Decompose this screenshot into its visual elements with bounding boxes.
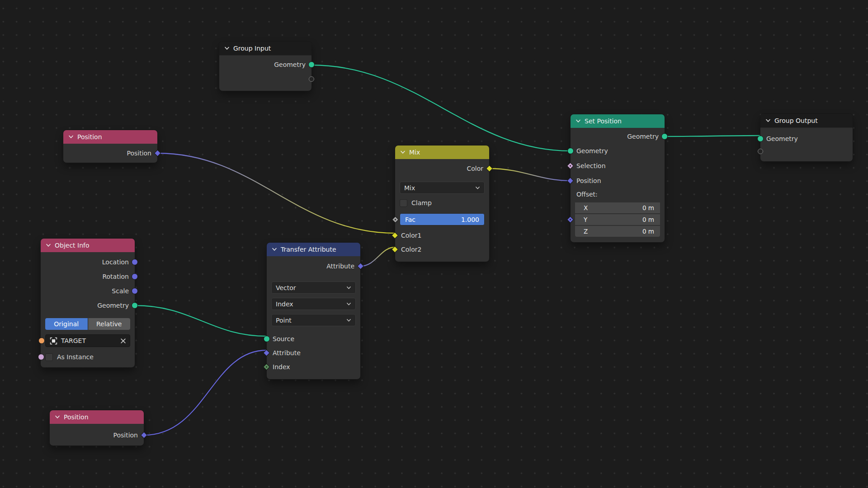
collapse-chevron-icon[interactable] [46, 244, 51, 247]
socket-label: Source [273, 335, 294, 343]
socket-label: Selection [576, 162, 606, 169]
blend-mode-dropdown[interactable]: Mix [400, 182, 485, 194]
geometry-input-socket[interactable] [757, 136, 764, 142]
node-transfer-attribute[interactable]: Transfer Attribute Attribute Vector Inde… [267, 243, 360, 379]
node-header[interactable]: Position [50, 410, 144, 424]
node-title: Mix [409, 149, 420, 156]
color1-input-socket[interactable] [392, 232, 399, 239]
node-editor-canvas[interactable]: { "editor": { "background": "#1c1c1c", "… [0, 0, 868, 488]
node-set-position[interactable]: Set Position Geometry Geometry Selection… [571, 114, 665, 242]
offset-input-socket[interactable] [567, 216, 574, 223]
scale-output-socket[interactable] [132, 288, 138, 294]
node-position-bottom[interactable]: Position Position [50, 410, 144, 446]
collapse-chevron-icon[interactable] [576, 119, 581, 123]
wire-position-transferattribute-attribute [144, 350, 267, 435]
geometry-output-socket[interactable] [308, 61, 315, 68]
data-type-dropdown[interactable]: Vector [271, 282, 356, 294]
collapse-chevron-icon[interactable] [272, 248, 277, 251]
dropdown-value: Vector [276, 284, 296, 291]
geometry-output-socket[interactable] [132, 302, 138, 309]
checkbox-label: As Instance [57, 353, 94, 361]
socket-label: Position [113, 432, 138, 439]
as-instance-checkbox[interactable] [45, 353, 53, 361]
object-data-icon [50, 337, 57, 345]
color-output-socket[interactable] [486, 165, 493, 172]
socket-label: Geometry [627, 133, 659, 140]
original-button[interactable]: Original [45, 318, 88, 330]
fac-input-socket[interactable] [392, 216, 399, 223]
node-header[interactable]: Mix [395, 145, 489, 159]
node-title: Position [64, 413, 89, 421]
collapse-chevron-icon[interactable] [55, 415, 60, 419]
node-title: Set Position [585, 117, 622, 125]
collapse-chevron-icon[interactable] [765, 119, 771, 122]
axis-label: X [584, 204, 588, 211]
virtual-socket[interactable] [758, 149, 763, 154]
collapse-chevron-icon[interactable] [68, 135, 74, 139]
axis-value: 0 m [642, 228, 654, 235]
offset-x-field[interactable]: X 0 m [575, 202, 660, 213]
offset-y-field[interactable]: Y 0 m [575, 214, 660, 225]
collapse-chevron-icon[interactable] [400, 150, 406, 154]
node-group-input[interactable]: Group Input Geometry [219, 42, 311, 91]
node-header[interactable]: Set Position [571, 114, 665, 128]
clamp-checkbox[interactable] [400, 199, 407, 207]
object-input-socket[interactable] [38, 338, 45, 344]
geometry-input-socket[interactable] [567, 148, 574, 154]
node-title: Group Input [233, 45, 271, 52]
wire-mix-setposition-position [489, 169, 571, 181]
node-object-info[interactable]: Object Info Location Rotation Scale Geom… [41, 239, 135, 367]
position-output-socket[interactable] [154, 150, 161, 157]
clamp-row: Clamp [400, 198, 485, 208]
virtual-socket[interactable] [309, 76, 314, 82]
axis-label: Z [584, 228, 588, 235]
node-header[interactable]: Position [63, 130, 157, 144]
as-instance-input-socket[interactable] [38, 354, 44, 360]
socket-label: Geometry [766, 135, 798, 142]
offset-z-field[interactable]: Z 0 m [575, 226, 660, 237]
color2-input-socket[interactable] [392, 246, 399, 253]
checkbox-label: Clamp [411, 199, 432, 206]
source-input-socket[interactable] [264, 336, 270, 342]
attribute-output-socket[interactable] [357, 263, 364, 270]
socket-label: Geometry [97, 302, 129, 309]
node-title: Group Output [774, 117, 818, 124]
node-position-top[interactable]: Position Position [63, 130, 157, 163]
node-mix[interactable]: Mix Color Mix Clamp Fac 1.000 Color1 [395, 145, 489, 262]
fac-slider[interactable]: Fac 1.000 [400, 213, 485, 225]
socket-label: Attribute [273, 349, 301, 357]
fac-label: Fac [405, 216, 415, 223]
offset-label: Offset: [576, 191, 598, 198]
geometry-output-socket[interactable] [661, 133, 668, 140]
node-header[interactable]: Transfer Attribute [267, 243, 360, 256]
dropdown-value: Point [276, 317, 292, 324]
socket-label: Index [273, 363, 290, 371]
socket-label: Color1 [401, 232, 421, 239]
domain-dropdown[interactable]: Point [271, 314, 356, 326]
fac-value: 1.000 [461, 216, 479, 223]
chevron-down-icon [346, 286, 351, 290]
position-input-socket[interactable] [567, 177, 574, 184]
node-header[interactable]: Group Input [219, 42, 311, 56]
socket-label: Position [576, 177, 601, 184]
position-output-socket[interactable] [141, 432, 148, 439]
node-group-output[interactable]: Group Output Geometry [760, 114, 853, 161]
node-header[interactable]: Object Info [41, 239, 135, 252]
location-output-socket[interactable] [132, 259, 138, 265]
node-header[interactable]: Group Output [760, 114, 853, 128]
mapping-dropdown[interactable]: Index [271, 298, 356, 310]
attribute-input-socket[interactable] [263, 349, 270, 357]
socket-label: Color [467, 165, 483, 172]
socket-label: Attribute [326, 263, 354, 270]
object-field[interactable]: TARGET [45, 334, 130, 347]
relative-button[interactable]: Relative [88, 318, 131, 330]
selection-input-socket[interactable] [567, 162, 574, 169]
socket-label: Geometry [576, 147, 608, 155]
rotation-output-socket[interactable] [132, 273, 138, 280]
socket-label: Color2 [401, 246, 421, 253]
chevron-down-icon [346, 319, 351, 322]
clear-object-icon[interactable] [121, 338, 126, 343]
dropdown-value: Index [276, 300, 293, 308]
index-input-socket[interactable] [263, 363, 270, 371]
collapse-chevron-icon[interactable] [224, 47, 230, 50]
